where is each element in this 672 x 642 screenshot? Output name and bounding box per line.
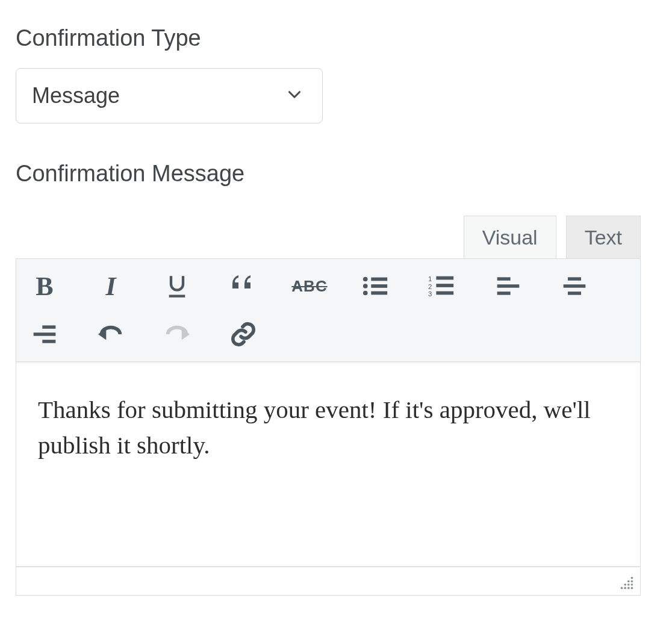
align-right-icon <box>31 323 58 346</box>
italic-icon: I <box>105 271 116 302</box>
svg-rect-21 <box>42 340 55 343</box>
link-icon <box>229 320 257 348</box>
confirmation-message-label: Confirmation Message <box>16 161 656 187</box>
align-left-icon <box>495 275 521 298</box>
svg-text:2: 2 <box>428 283 432 290</box>
svg-text:1: 1 <box>428 275 432 282</box>
svg-point-30 <box>621 587 623 590</box>
strikethrough-icon: ABC <box>291 277 327 296</box>
svg-point-26 <box>631 580 633 582</box>
numbered-list-icon: 123 <box>428 274 456 298</box>
redo-icon <box>163 322 191 346</box>
svg-rect-17 <box>564 284 586 288</box>
bullet-list-icon <box>362 274 390 298</box>
svg-rect-10 <box>436 276 453 280</box>
resize-handle[interactable] <box>618 575 635 591</box>
svg-point-27 <box>624 584 626 586</box>
redo-button[interactable] <box>161 318 193 351</box>
svg-point-33 <box>631 587 633 590</box>
editor-toolbar: B I ABC 123 <box>16 258 641 362</box>
svg-rect-12 <box>436 291 453 295</box>
rich-text-editor: Visual Text B I ABC <box>16 216 641 596</box>
svg-point-29 <box>631 584 633 586</box>
underline-button[interactable] <box>161 270 193 302</box>
svg-rect-5 <box>371 284 387 288</box>
svg-rect-14 <box>497 284 520 288</box>
underline-icon <box>165 272 189 300</box>
tab-visual[interactable]: Visual <box>464 216 556 259</box>
bold-button[interactable]: B <box>28 270 61 302</box>
blockquote-icon <box>229 274 258 298</box>
editor-text: Thanks for submitting your event! If it'… <box>38 396 591 459</box>
bold-icon: B <box>36 271 53 302</box>
align-left-button[interactable] <box>492 270 524 302</box>
svg-rect-15 <box>497 291 511 295</box>
svg-point-24 <box>631 577 633 579</box>
undo-button[interactable] <box>95 318 127 351</box>
italic-button[interactable]: I <box>95 270 127 302</box>
editor-statusbar <box>16 567 641 596</box>
svg-rect-6 <box>371 291 387 295</box>
svg-rect-19 <box>42 325 55 329</box>
numbered-list-button[interactable]: 123 <box>426 270 458 302</box>
svg-rect-4 <box>371 278 387 281</box>
svg-rect-11 <box>436 284 453 287</box>
confirmation-type-select[interactable]: Message <box>16 68 323 123</box>
blockquote-button[interactable] <box>227 270 260 302</box>
editor-tabs: Visual Text <box>16 216 641 259</box>
svg-point-28 <box>627 584 630 586</box>
align-right-button[interactable] <box>28 318 61 351</box>
align-center-button[interactable] <box>558 270 591 302</box>
insert-link-button[interactable] <box>227 318 260 351</box>
strikethrough-button[interactable]: ABC <box>293 270 326 302</box>
tab-text[interactable]: Text <box>566 216 641 259</box>
editor-content-area[interactable]: Thanks for submitting your event! If it'… <box>16 362 641 567</box>
svg-point-25 <box>627 580 630 582</box>
svg-point-32 <box>627 587 630 590</box>
confirmation-type-label: Confirmation Type <box>16 25 656 51</box>
svg-rect-13 <box>497 277 511 281</box>
bullet-list-button[interactable] <box>359 270 392 302</box>
svg-rect-16 <box>568 277 581 281</box>
align-center-icon <box>561 275 588 298</box>
svg-point-31 <box>624 587 626 590</box>
svg-point-3 <box>363 291 368 296</box>
svg-point-2 <box>363 284 368 288</box>
svg-rect-20 <box>34 332 56 336</box>
svg-point-1 <box>363 277 368 282</box>
undo-icon <box>97 322 125 346</box>
svg-rect-18 <box>568 291 581 295</box>
svg-text:3: 3 <box>428 290 432 298</box>
confirmation-type-value: Message <box>32 83 120 108</box>
